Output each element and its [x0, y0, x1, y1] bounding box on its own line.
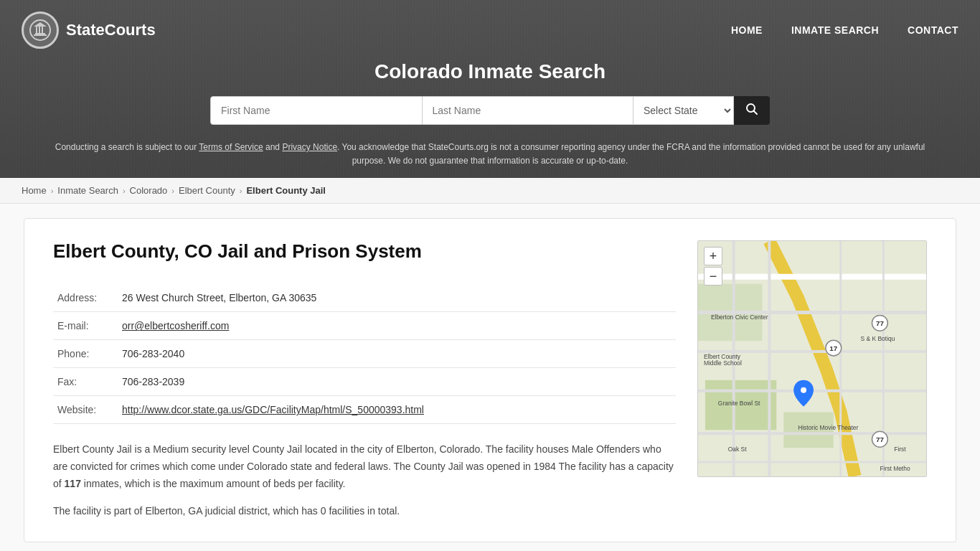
phone-row: Phone: 706-283-2040	[53, 340, 676, 368]
search-button[interactable]	[734, 96, 770, 125]
svg-rect-4	[39, 27, 40, 33]
info-table: Address: 26 West Church Street, Elberton…	[53, 284, 676, 424]
email-link[interactable]: orr@elbertcosheriff.com	[122, 320, 229, 331]
description-text-end: inmates, which is the maximum amount of …	[81, 478, 346, 489]
svg-rect-1	[34, 34, 47, 36]
phone-value: 706-283-2040	[118, 340, 676, 368]
page-title: Colorado Inmate Search	[0, 60, 980, 83]
breadcrumb-county[interactable]: Elbert County	[179, 185, 235, 196]
nav-home[interactable]: HOME	[731, 24, 763, 36]
website-link[interactable]: http://www.dcor.state.ga.us/GDC/Facility…	[122, 404, 424, 415]
email-row: E-mail: orr@elbertcosheriff.com	[53, 312, 676, 340]
svg-text:77: 77	[876, 320, 885, 328]
svg-line-8	[754, 110, 758, 114]
capacity-bold: 117	[65, 478, 81, 489]
last-name-input[interactable]	[423, 96, 634, 125]
breadcrumb-sep-4: ›	[240, 187, 242, 195]
top-navigation: StateCourts HOME INMATE SEARCH CONTACT	[0, 0, 980, 60]
terms-link[interactable]: Terms of Service	[199, 142, 263, 152]
svg-text:First: First	[894, 446, 906, 453]
disclaimer-text: Conducting a search is subject to our Te…	[0, 135, 980, 178]
description-paragraph-2: The facility is part of Elberton, GA jud…	[53, 503, 676, 520]
breadcrumb: Home › Inmate Search › Colorado › Elbert…	[0, 178, 980, 204]
svg-marker-6	[34, 22, 47, 27]
content-right: 77 17 77 Elberton Civic Center Elbert Co…	[697, 240, 927, 519]
website-value: http://www.dcor.state.ga.us/GDC/Facility…	[118, 396, 676, 424]
map-zoom-in-button[interactable]: +	[704, 247, 722, 265]
svg-text:First Metho: First Metho	[880, 465, 910, 472]
breadcrumb-sep-2: ›	[123, 187, 126, 195]
website-row: Website: http://www.dcor.state.ga.us/GDC…	[53, 396, 676, 424]
address-row: Address: 26 West Church Street, Elberton…	[53, 284, 676, 312]
state-select[interactable]: Select State Colorado Georgia Alabama	[633, 96, 734, 125]
fax-value: 706-283-2039	[118, 368, 676, 396]
address-label: Address:	[53, 284, 118, 312]
main-wrapper: Elbert County, CO Jail and Prison System…	[0, 204, 980, 551]
breadcrumb-inmate-search[interactable]: Inmate Search	[57, 185, 118, 196]
svg-text:Oak St: Oak St	[728, 446, 747, 453]
email-value: orr@elbertcosheriff.com	[118, 312, 676, 340]
nav-links: HOME INMATE SEARCH CONTACT	[731, 24, 958, 36]
email-label: E-mail:	[53, 312, 118, 340]
map-zoom-out-button[interactable]: −	[704, 267, 722, 286]
svg-text:S & K Botiqu: S & K Botiqu	[861, 336, 895, 343]
map-container: 77 17 77 Elberton Civic Center Elbert Co…	[697, 240, 927, 477]
address-value: 26 West Church Street, Elberton, GA 3063…	[118, 284, 676, 312]
svg-text:Granite Bowl St: Granite Bowl St	[718, 400, 760, 407]
svg-text:Middle School: Middle School	[704, 359, 742, 367]
svg-text:Elberton Civic Center: Elberton Civic Center	[711, 314, 768, 321]
svg-text:77: 77	[876, 436, 885, 444]
search-form: Select State Colorado Georgia Alabama	[210, 96, 770, 125]
logo-icon	[22, 11, 59, 49]
breadcrumb-state[interactable]: Colorado	[130, 185, 168, 196]
svg-rect-3	[36, 27, 37, 33]
nav-contact[interactable]: CONTACT	[908, 24, 958, 36]
phone-label: Phone:	[53, 340, 118, 368]
fax-label: Fax:	[53, 368, 118, 396]
nav-inmate-search[interactable]: INMATE SEARCH	[791, 24, 879, 36]
logo-text: StateCourts	[66, 21, 156, 39]
breadcrumb-home[interactable]: Home	[22, 185, 47, 196]
privacy-link[interactable]: Privacy Notice	[282, 142, 337, 152]
header-content: StateCourts HOME INMATE SEARCH CONTACT C…	[0, 0, 980, 178]
svg-text:17: 17	[829, 344, 838, 352]
website-label: Website:	[53, 396, 118, 424]
map-svg: 77 17 77 Elberton Civic Center Elbert Co…	[698, 241, 926, 476]
svg-rect-5	[42, 27, 43, 33]
svg-text:Historic Movie Theater: Historic Movie Theater	[798, 425, 858, 432]
first-name-input[interactable]	[210, 96, 423, 125]
breadcrumb-current: Elbert County Jail	[246, 185, 326, 196]
facility-title: Elbert County, CO Jail and Prison System	[53, 240, 676, 263]
map-controls: + −	[704, 247, 722, 286]
content-left: Elbert County, CO Jail and Prison System…	[53, 240, 676, 519]
logo-area: StateCourts	[22, 11, 156, 49]
content-card: Elbert County, CO Jail and Prison System…	[24, 218, 956, 542]
svg-point-39	[801, 387, 806, 393]
site-header: StateCourts HOME INMATE SEARCH CONTACT C…	[0, 0, 980, 178]
breadcrumb-sep-3: ›	[171, 187, 174, 195]
svg-rect-2	[35, 33, 45, 34]
fax-row: Fax: 706-283-2039	[53, 368, 676, 396]
description-paragraph-1: Elbert County Jail is a Medium security …	[53, 441, 676, 492]
breadcrumb-sep-1: ›	[51, 187, 54, 195]
